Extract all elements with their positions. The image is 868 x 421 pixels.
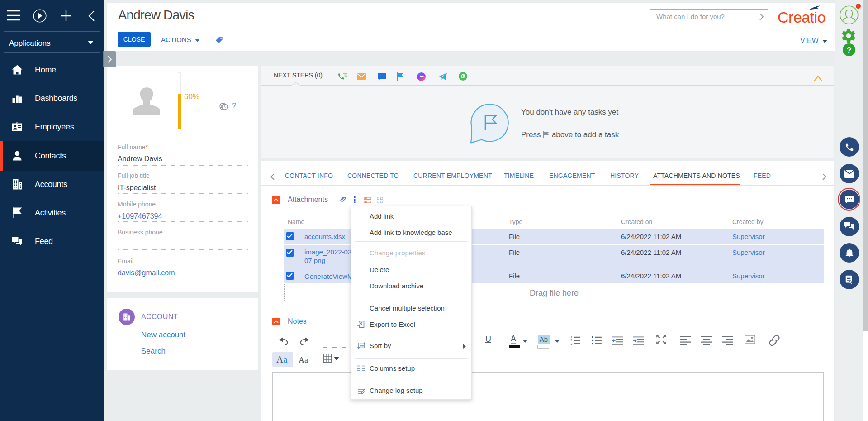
svg-text:?: ? <box>846 45 852 55</box>
svg-text:Creatio: Creatio <box>778 9 825 24</box>
svg-text:3: 3 <box>570 342 572 346</box>
